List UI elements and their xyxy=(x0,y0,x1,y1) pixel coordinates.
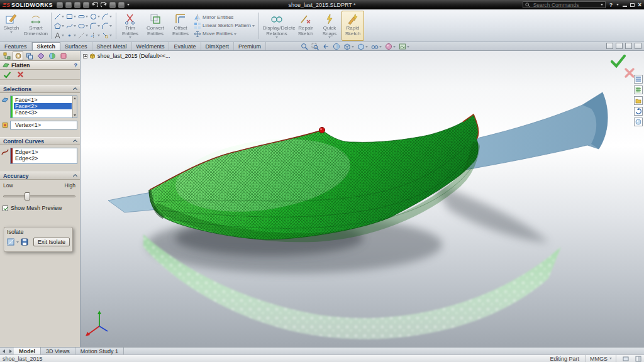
text-tool-button[interactable] xyxy=(53,31,65,40)
quick-snaps-button[interactable]: Quick Snaps xyxy=(319,11,340,41)
smart-dimension-button[interactable]: Smart Dimension xyxy=(23,11,49,41)
show-mesh-preview-checkbox[interactable] xyxy=(3,206,8,211)
ellipse-dropdown-icon[interactable] xyxy=(86,25,88,27)
print-icon[interactable] xyxy=(83,2,89,8)
feature-tree-breadcrumb[interactable]: shoe_last_2015 (Default<<... xyxy=(83,53,170,59)
circle-tool-button[interactable] xyxy=(89,12,101,21)
convert-entities-button[interactable]: Convert Entities xyxy=(143,11,167,41)
snap-dropdown-icon[interactable] xyxy=(109,35,112,36)
circle-dropdown-icon[interactable] xyxy=(97,16,100,18)
trim-dropdown-icon[interactable] xyxy=(129,36,131,38)
edge-selection-listbox[interactable]: Edge<1> Edge<2> xyxy=(10,148,77,164)
rectangle-tool-button[interactable] xyxy=(65,12,77,21)
split-view-icon[interactable] xyxy=(606,43,613,49)
hide-show-items-button[interactable] xyxy=(371,43,382,50)
face-selection-listbox[interactable]: Face<1> Face<2> Face<3> xyxy=(10,96,77,118)
rapid-sketch-button[interactable]: Rapid Sketch xyxy=(341,11,364,41)
tile-view-icon[interactable] xyxy=(616,43,623,49)
slider-thumb[interactable] xyxy=(25,192,30,200)
polygon-dropdown-icon[interactable] xyxy=(62,25,64,27)
sketch-dropdown-icon[interactable] xyxy=(10,31,13,33)
text-dropdown-icon[interactable] xyxy=(62,35,64,36)
control-curves-group-header[interactable]: Control Curves xyxy=(0,137,80,145)
featuremanager-tab[interactable] xyxy=(1,52,12,60)
file-explorer-tab-icon[interactable] xyxy=(634,96,643,105)
slot-tool-button[interactable] xyxy=(77,12,89,21)
move-entities-button[interactable]: Move Entities xyxy=(194,30,257,38)
mirror-entities-button[interactable]: Mirror Entities xyxy=(194,14,257,21)
previous-view-button[interactable] xyxy=(322,43,330,50)
display-delete-relations-button[interactable]: Display/Delete Relations xyxy=(261,11,292,41)
motion-study-tab[interactable]: Motion Study 1 xyxy=(75,348,124,354)
snap-tool-button[interactable] xyxy=(101,31,113,40)
polygon-tool-button[interactable] xyxy=(53,21,65,31)
exit-isolate-button[interactable]: Exit Isolate xyxy=(33,238,70,246)
save-icon[interactable] xyxy=(74,2,80,8)
tab-evaluate[interactable]: Evaluate xyxy=(169,42,201,50)
status-tag-icon[interactable] xyxy=(623,356,629,362)
trim-entities-button[interactable]: Trim Entities xyxy=(118,11,142,41)
search-commands-box[interactable] xyxy=(523,1,606,8)
help-dropdown-icon[interactable] xyxy=(616,4,619,6)
scroll-down-icon[interactable] xyxy=(74,114,76,116)
isolate-transparency-icon[interactable] xyxy=(7,238,14,246)
qat-dropdown-icon[interactable] xyxy=(127,4,130,6)
edit-appearance-button[interactable] xyxy=(385,43,396,50)
help-icon[interactable]: ? xyxy=(609,2,613,8)
scroll-up-icon[interactable] xyxy=(74,97,76,99)
display-style-dropdown-icon[interactable] xyxy=(365,46,368,48)
tab-features[interactable]: Features xyxy=(0,42,32,50)
new-document-icon[interactable] xyxy=(57,2,63,8)
centerline-tool-button[interactable] xyxy=(77,31,89,40)
point-dropdown-icon[interactable] xyxy=(74,35,76,36)
line-tool-button[interactable] xyxy=(53,12,65,21)
pane-close-icon[interactable] xyxy=(635,43,641,49)
view-palette-tab-icon[interactable] xyxy=(634,107,643,116)
appearance-dropdown-icon[interactable] xyxy=(393,46,396,48)
linear-sketch-pattern-button[interactable]: Linear Sketch Pattern xyxy=(194,22,257,30)
selected-vertex-marker[interactable] xyxy=(319,127,325,133)
confirmation-ok-button[interactable] xyxy=(610,53,626,69)
fillet-tool-button[interactable] xyxy=(89,21,101,31)
close-icon[interactable]: × xyxy=(638,2,641,8)
fillet-dropdown-icon[interactable] xyxy=(97,25,100,27)
configurationmanager-tab[interactable] xyxy=(24,52,35,60)
graphics-viewport[interactable]: shoe_last_2015 (Default<<... xyxy=(80,51,644,347)
maximize-icon[interactable] xyxy=(630,3,635,7)
resources-tab-icon[interactable] xyxy=(634,75,643,84)
offset-entities-button[interactable]: Offset Entities xyxy=(169,11,192,41)
spline-tool-button[interactable] xyxy=(65,21,77,31)
list-item[interactable]: Face<3> xyxy=(14,109,72,116)
tab-weldments[interactable]: Weldments xyxy=(132,42,170,50)
centerline-dropdown-icon[interactable] xyxy=(86,35,88,36)
quick-snaps-dropdown-icon[interactable] xyxy=(328,36,331,38)
pane-minimize-icon[interactable] xyxy=(625,43,632,49)
ellipse-tool-button[interactable] xyxy=(77,21,89,31)
pm-help-icon[interactable]: ? xyxy=(74,62,78,69)
tab-scroll-left-button[interactable] xyxy=(0,348,7,354)
mirror-small-tool-button[interactable] xyxy=(89,31,101,40)
linear-pattern-dropdown-icon[interactable] xyxy=(252,25,255,27)
point-tool-button[interactable] xyxy=(65,31,77,40)
open-document-icon[interactable] xyxy=(65,2,72,8)
expand-tree-icon[interactable] xyxy=(83,54,87,58)
list-item[interactable]: Vertex<1> xyxy=(14,122,72,128)
line-dropdown-icon[interactable] xyxy=(62,16,64,18)
status-panel-icon[interactable] xyxy=(635,356,641,362)
pm-cancel-button[interactable] xyxy=(17,71,24,78)
view-settings-button[interactable] xyxy=(399,43,409,50)
tab-sketch[interactable]: Sketch xyxy=(32,42,61,50)
displaymanager-tab[interactable] xyxy=(47,52,57,60)
rectangle-dropdown-icon[interactable] xyxy=(74,16,76,18)
arc-dropdown-icon[interactable] xyxy=(109,16,112,18)
options-icon[interactable] xyxy=(118,2,125,8)
sensors-tab[interactable] xyxy=(58,52,69,60)
appearances-tab-icon[interactable] xyxy=(634,118,643,126)
mirror-small-dropdown-icon[interactable] xyxy=(97,35,100,36)
chamfer-tool-button[interactable] xyxy=(101,21,113,31)
viewport-canvas[interactable] xyxy=(80,51,644,347)
view-orientation-button[interactable] xyxy=(343,43,354,50)
tab-scroll-right-button[interactable] xyxy=(7,348,14,354)
rebuild-icon[interactable] xyxy=(109,2,116,8)
minimize-icon[interactable] xyxy=(623,6,627,7)
